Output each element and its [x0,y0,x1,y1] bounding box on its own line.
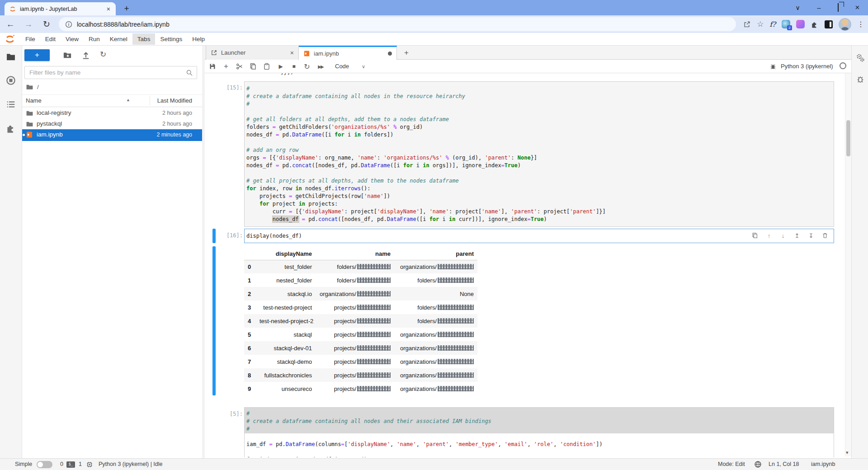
debugger-sidebar-icon[interactable] [856,75,865,84]
notebook-scroll-area[interactable]: ']}]) [15]: ## create a dataframe contai… [205,73,845,457]
column-header-parent: parent [394,248,477,260]
move-cell-up-icon[interactable]: ↑ [765,231,773,240]
cell-15-editor[interactable]: ## create a dataframe containing all nod… [244,81,834,227]
file-row-local-registry[interactable]: local-registry 2 hours ago [22,108,202,118]
delete-cell-icon[interactable] [821,231,829,240]
insert-cell-below-icon[interactable]: ↧ [807,231,815,240]
debugger-bug-icon[interactable] [768,61,778,71]
extension-manager-icon[interactable] [6,123,16,133]
window-restore-button[interactable] [830,4,847,12]
table-row: 5stackqlprojects/organizations/ [244,328,477,341]
kernel-status-icon[interactable] [840,62,846,69]
browser-menu-icon[interactable]: ⋮ [857,20,864,28]
menu-edit[interactable]: Edit [40,33,61,45]
breadcrumb-root[interactable]: / [37,84,39,90]
cut-cells-icon[interactable] [235,61,245,71]
home-folder-icon [26,83,33,91]
breadcrumb[interactable]: / [26,83,39,91]
menu-view[interactable]: View [61,33,84,45]
tab-close-icon[interactable]: × [290,49,294,56]
cursor-position[interactable]: Ln 1, Col 18 [769,461,799,467]
extensions-puzzle-icon[interactable] [811,20,819,28]
side-panel-icon[interactable] [825,20,833,28]
site-info-icon[interactable] [65,21,72,28]
scrollbar-thumb[interactable] [846,120,850,156]
bookmark-star-icon[interactable]: ☆ [757,19,764,29]
upload-icon[interactable] [81,51,90,60]
table-row: 1nested_folderfolders/folders/ [244,273,477,287]
cell-5-editor[interactable]: ## create a dataframe containing all nod… [244,407,834,457]
new-folder-icon[interactable] [63,51,72,60]
menu-help[interactable]: Help [187,33,210,45]
redacted-id [357,277,391,283]
cell-type-caret-icon[interactable]: ∨ [359,61,368,71]
insert-cell-above-icon[interactable]: ↥ [793,231,801,240]
browser-tab-close-icon[interactable]: × [106,5,111,13]
kernel-name[interactable]: Python 3 (ipykernel) [781,63,833,70]
add-cell-icon[interactable]: + [221,61,231,71]
jupyterlab-browser-window: iam.ipynb - JupyterLab × + ∨ – × ← → ↻ l… [0,0,868,470]
file-row-pystackql[interactable]: pystackql 2 hours ago [22,118,202,129]
column-name[interactable]: Name [26,97,42,104]
restart-kernel-icon[interactable]: ↻ [302,61,312,71]
row-index: 7 [244,355,256,368]
browser-navbar: ← → ↻ localhost:8888/lab/tree/iam.ipynb … [0,15,868,33]
unsaved-dot-icon[interactable] [388,52,392,56]
folder-icon [26,109,33,117]
new-launcher-button[interactable]: + [24,49,50,61]
refresh-icon[interactable]: ↻ [100,50,106,59]
cell-16-editor[interactable]: display(nodes_df) ↑ ↓ ↥ ↧ [244,229,834,243]
file-filter-input[interactable] [28,69,186,76]
menu-file[interactable]: File [20,33,40,45]
tab-launcher[interactable]: Launcher × [206,46,299,60]
menu-run[interactable]: Run [84,33,105,45]
sort-ascending-icon[interactable]: ▲ [126,98,130,102]
back-button[interactable]: ← [3,17,18,32]
reload-button[interactable]: ↻ [39,17,54,32]
profile-avatar[interactable] [839,18,851,31]
add-tab-button[interactable]: + [401,48,412,58]
file-list-header[interactable]: Name ▲ Last Modified [22,94,202,107]
interrupt-kernel-icon[interactable]: ■ [289,61,299,71]
property-inspector-gears-icon[interactable] [855,53,865,63]
cell-type-dropdown[interactable]: Code [335,63,349,70]
paste-cells-icon[interactable] [262,61,272,71]
running-kernels-icon[interactable] [6,75,16,85]
duplicate-cell-icon[interactable] [751,231,759,240]
url-text[interactable]: localhost:8888/lab/tree/iam.ipynb [77,21,170,28]
run-cell-icon[interactable]: ▶ [276,61,286,71]
tab-search-icon[interactable]: ∨ [787,0,808,15]
address-bar[interactable]: localhost:8888/lab/tree/iam.ipynb [59,17,736,31]
terminals-count: 0 [60,461,63,467]
forward-button[interactable]: → [21,17,36,32]
extension-blue-icon[interactable]: 2 [782,20,790,28]
extension-f-icon[interactable]: f? [769,20,776,28]
move-cell-down-icon[interactable]: ↓ [779,231,787,240]
menu-kernel[interactable]: Kernel [105,33,132,45]
table-of-contents-icon[interactable] [6,99,16,109]
tab-iam-ipynb[interactable]: iam.ipynb [299,46,397,60]
simple-mode-toggle[interactable] [37,461,52,468]
file-filter-box[interactable] [24,66,197,79]
file-browser-tab-icon[interactable] [6,52,16,62]
restart-run-all-icon[interactable]: ▶▶ [316,61,326,71]
kernel-status-text[interactable]: Python 3 (ipykernel) | Idle [99,461,163,467]
table-cell: unsecureco [256,382,316,395]
window-minimize-button[interactable]: – [808,0,830,15]
save-icon[interactable] [208,61,217,71]
menu-tabs[interactable]: Tabs [132,33,156,45]
new-tab-button[interactable]: + [120,3,133,15]
extension-purple-icon[interactable] [796,20,805,28]
scroll-down-icon[interactable]: ▾ [846,450,849,456]
globe-icon[interactable] [754,461,762,468]
notebook-mode[interactable]: Mode: Edit [718,461,745,467]
notebook-scrollbar[interactable]: ▾ [845,73,851,456]
cell-16-output-collapser[interactable] [212,246,216,395]
menu-settings[interactable]: Settings [155,33,187,45]
share-icon[interactable] [743,20,751,28]
column-last-modified[interactable]: Last Modified [157,97,192,104]
browser-tab[interactable]: iam.ipynb - JupyterLab × [5,2,116,15]
file-row-iam-ipynb-selected[interactable]: iam.ipynb 2 minutes ago [22,129,202,141]
copy-cells-icon[interactable] [248,61,258,71]
window-close-button[interactable]: × [847,0,868,15]
